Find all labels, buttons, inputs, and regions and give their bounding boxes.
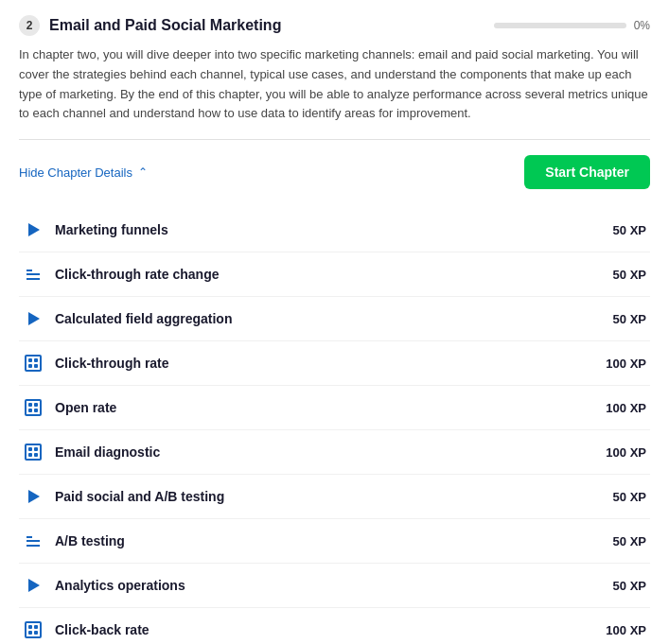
lesson-name: Click-through rate change [55, 267, 613, 282]
lesson-item[interactable]: Calculated field aggregation 50 XP [19, 297, 650, 341]
lesson-xp: 50 XP [613, 534, 646, 548]
hide-details-button[interactable]: Hide Chapter Details ⌃ [19, 165, 148, 180]
progress-bar-background [494, 23, 626, 28]
play-icon [23, 575, 44, 596]
progress-label: 0% [634, 19, 650, 32]
lesson-name: Calculated field aggregation [55, 311, 613, 326]
play-icon [23, 308, 44, 329]
chapter-header: 2 Email and Paid Social Marketing 0% [19, 15, 650, 36]
lesson-xp: 50 XP [613, 223, 646, 237]
lesson-item[interactable]: Open rate 100 XP [19, 386, 650, 430]
chapter-section: 2 Email and Paid Social Marketing 0% In … [19, 15, 650, 644]
lesson-xp: 50 XP [613, 268, 646, 282]
lesson-xp: 100 XP [606, 623, 646, 637]
chevron-up-icon: ⌃ [138, 165, 148, 179]
list-icon [23, 531, 44, 551]
chapter-number: 2 [19, 15, 40, 36]
lesson-item[interactable]: A/B testing 50 XP [19, 519, 650, 564]
grid-icon [23, 397, 44, 418]
hide-details-label: Hide Chapter Details [19, 165, 132, 180]
lesson-xp: 100 XP [606, 445, 646, 460]
lesson-name: Paid social and A/B testing [55, 489, 613, 504]
lesson-item[interactable]: Email diagnostic 100 XP [19, 430, 650, 475]
lesson-name: Analytics operations [55, 578, 613, 593]
chapter-description: In chapter two, you will dive deeper int… [19, 45, 650, 124]
lessons-list: Marketing funnels 50 XP Click-through ra… [19, 208, 650, 644]
lesson-xp: 100 XP [606, 357, 646, 371]
lesson-item[interactable]: Marketing funnels 50 XP [19, 208, 650, 252]
chapter-controls: Hide Chapter Details ⌃ Start Chapter [19, 155, 650, 189]
progress-container: 0% [494, 19, 650, 32]
grid-icon [23, 353, 44, 374]
divider [19, 139, 650, 140]
start-chapter-button[interactable]: Start Chapter [524, 155, 650, 189]
play-icon [23, 219, 44, 240]
lesson-name: Open rate [55, 400, 606, 415]
lesson-item[interactable]: Click-through rate 100 XP [19, 341, 650, 386]
lesson-name: Marketing funnels [55, 222, 613, 237]
lesson-xp: 50 XP [613, 490, 646, 504]
lesson-xp: 50 XP [613, 312, 646, 326]
lesson-xp: 100 XP [606, 401, 646, 415]
lesson-name: A/B testing [55, 533, 613, 548]
lesson-name: Click-back rate [55, 622, 606, 637]
lesson-item[interactable]: Analytics operations 50 XP [19, 564, 650, 608]
play-icon [23, 486, 44, 507]
lesson-name: Email diagnostic [55, 444, 606, 460]
lesson-item[interactable]: Paid social and A/B testing 50 XP [19, 475, 650, 519]
chapter-title: Email and Paid Social Marketing [49, 17, 484, 34]
lesson-item[interactable]: Click-through rate change 50 XP [19, 252, 650, 297]
grid-icon [23, 619, 44, 640]
grid-icon [23, 442, 44, 462]
lesson-name: Click-through rate [55, 356, 606, 371]
list-icon [23, 264, 44, 285]
lesson-item[interactable]: Click-back rate 100 XP [19, 608, 650, 644]
lesson-xp: 50 XP [613, 579, 646, 593]
